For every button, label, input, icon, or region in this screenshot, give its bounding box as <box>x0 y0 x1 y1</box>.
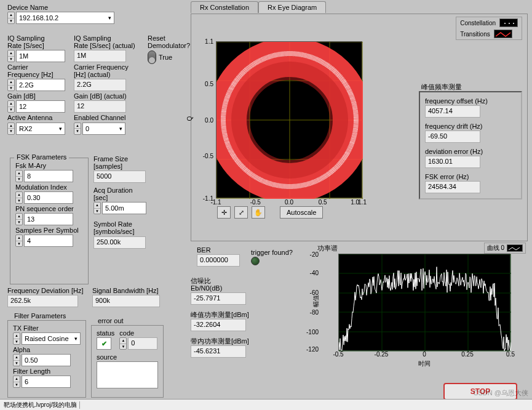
fsk-mary-input[interactable] <box>24 170 73 182</box>
psd-ylabel: 幅值 <box>312 295 320 307</box>
iq-x-axis: -1.1 -0.5 0.0 0.5 1.0 1.1 <box>216 199 362 206</box>
tx-filter-label: TX Filter <box>13 324 81 332</box>
svg-point-1 <box>509 23 510 24</box>
freq-offset-value: 4057.14 <box>425 105 480 118</box>
carrier-actual-value: 2.2G <box>74 79 126 91</box>
channel-label: Enabled Channel <box>74 114 145 121</box>
ebno-label: 信噪比 Eb/N0(dB) <box>191 277 295 292</box>
legend-const-label: Constellation <box>460 20 496 26</box>
symbol-rate-label: Symbol Rate [symbols/sec] <box>93 220 158 235</box>
carrier-spinner[interactable]: ▲▼ <box>7 79 15 91</box>
filter-length-input[interactable] <box>22 376 71 388</box>
acq-dur-label: Acq Duration [sec] <box>93 187 158 201</box>
iq-rate-spinner[interactable]: ▲▼ <box>7 50 15 62</box>
freq-drift-label: frequency drift (Hz) <box>425 123 516 130</box>
iq-ylabel: Q <box>186 116 193 121</box>
reset-value: True <box>159 54 172 61</box>
iq-plot[interactable] <box>216 41 362 198</box>
channel-spinner[interactable]: ▲▼ <box>74 123 81 135</box>
gain-input[interactable] <box>16 100 65 113</box>
tx-filter-dropdown[interactable]: Raised Cosine <box>22 332 81 345</box>
mod-index-input[interactable] <box>24 191 73 204</box>
pn-order-input[interactable] <box>24 213 73 225</box>
sps-spinner[interactable]: ▲▼ <box>15 235 23 247</box>
watermark: CSDN @乌恩大侠 <box>474 388 528 398</box>
gain-spinner[interactable]: ▲▼ <box>7 100 15 113</box>
alpha-label: Alpha <box>13 346 81 353</box>
svg-point-2 <box>513 23 514 24</box>
filter-title: Filter Parameters <box>12 312 68 320</box>
ebno-value: -25.7971 <box>191 292 246 305</box>
pan-tool-icon[interactable]: ✋ <box>252 206 265 219</box>
iq-y-axis: 1.1 0.5 0.0 -0.5 -1.1 <box>195 41 215 198</box>
antenna-spinner[interactable]: ▲▼ <box>7 123 15 135</box>
gain-actual-label: Gain [dB] (actual) <box>74 92 145 100</box>
tab-rx-eye-diagram[interactable]: Rx Eye Diagram <box>258 1 326 13</box>
iq-rate-label: IQ Sampling Rate [S/sec] <box>7 34 72 49</box>
cursor-tool-icon[interactable]: ✛ <box>217 206 231 219</box>
antenna-dropdown[interactable]: RX2 <box>16 123 65 135</box>
mod-index-spinner[interactable]: ▲▼ <box>15 191 23 204</box>
filter-length-spinner[interactable]: ▲▼ <box>13 376 20 388</box>
device-spinner[interactable]: ▲▼ <box>7 12 15 24</box>
error-status-icon: ✔ <box>97 337 111 350</box>
trigger-led <box>251 257 260 265</box>
fsk-err-value: 24584.34 <box>425 181 480 193</box>
ib-pwr-label: 带内功率测量[dBm] <box>191 337 295 345</box>
sps-input[interactable] <box>24 235 73 247</box>
symbol-rate-value: 250.00k <box>93 236 146 249</box>
error-code-value: 0 <box>128 337 157 350</box>
zoom-tool-icon[interactable]: ⤢ <box>234 206 248 219</box>
psd-legend: 曲线 0 <box>484 243 526 254</box>
channel-dropdown[interactable]: 0 <box>82 123 125 135</box>
sig-bw-value: 900k <box>92 295 160 307</box>
fsk-mary-label: Fsk M-Ary <box>15 162 83 169</box>
filter-length-label: Filter Length <box>13 368 81 375</box>
pn-order-spinner[interactable]: ▲▼ <box>15 213 23 225</box>
carrier-input[interactable] <box>16 79 65 91</box>
reset-toggle[interactable] <box>148 50 156 64</box>
error-code-label: code <box>119 329 157 337</box>
dev-err-value: 1630.01 <box>425 156 480 168</box>
error-source-label: source <box>97 353 158 361</box>
reset-label: Reset Demodulator? <box>148 34 191 49</box>
error-status-label: status <box>97 329 114 337</box>
alpha-spinner[interactable]: ▲▼ <box>13 354 20 366</box>
tab-body: Constellation Transitions Q 1.1 0.5 0.0 … <box>191 14 528 241</box>
peak-freq-title: 峰值频率测量 <box>421 82 462 92</box>
error-source-text[interactable] <box>97 361 158 388</box>
tab-rx-constellation[interactable]: Rx Constellation <box>191 1 258 13</box>
fsk-err-label: FSK error (Hz) <box>425 173 516 180</box>
pn-order-label: PN sequence order <box>15 205 83 212</box>
carrier-label: Carrier Frequency [Hz] <box>7 63 72 78</box>
peak-freq-box: 峰值频率测量 frequency offset (Hz)4057.14 freq… <box>419 91 522 199</box>
iq-rate-input[interactable] <box>16 50 65 62</box>
sps-label: Samples Per Symbol <box>15 227 83 234</box>
gain-actual-value: 12 <box>74 100 126 113</box>
acq-dur-input[interactable] <box>102 202 146 214</box>
freq-drift-value: -69.50 <box>425 131 480 143</box>
ib-pwr-value: -45.6231 <box>191 345 246 358</box>
pk-pwr-value: -32.2604 <box>191 319 246 331</box>
mod-index-label: Modulation Index <box>15 183 83 191</box>
fsk-params-title: FSK Parameters <box>14 153 69 161</box>
tx-filter-spinner[interactable]: ▲▼ <box>13 332 20 345</box>
device-name-label: Device Name <box>7 4 118 11</box>
iq-rate-actual-value: 1M <box>74 50 126 62</box>
ber-label: BER <box>197 246 240 254</box>
psd-plot[interactable] <box>338 254 510 351</box>
legend-trans-swatch <box>494 30 512 38</box>
legend-const-swatch <box>499 18 518 27</box>
error-code-spinner[interactable]: ▲▼ <box>119 337 127 350</box>
fsk-mary-spinner[interactable]: ▲▼ <box>15 170 23 182</box>
pk-pwr-label: 峰值功率测量[dBm] <box>191 311 295 318</box>
plot-legend: Constellation Transitions <box>456 17 522 40</box>
autoscale-button[interactable]: Autoscale <box>280 206 323 219</box>
device-name-dropdown[interactable]: 192.168.10.2 <box>16 12 114 24</box>
freq-dev-label: Frequency Deviation [Hz] <box>7 287 87 294</box>
antenna-label: Active Antenna <box>7 114 72 121</box>
acq-dur-spinner[interactable]: ▲▼ <box>93 202 101 214</box>
freq-dev-value: 262.5k <box>7 295 78 307</box>
psd-title: 功率谱 <box>317 244 338 253</box>
alpha-input[interactable] <box>22 354 71 366</box>
